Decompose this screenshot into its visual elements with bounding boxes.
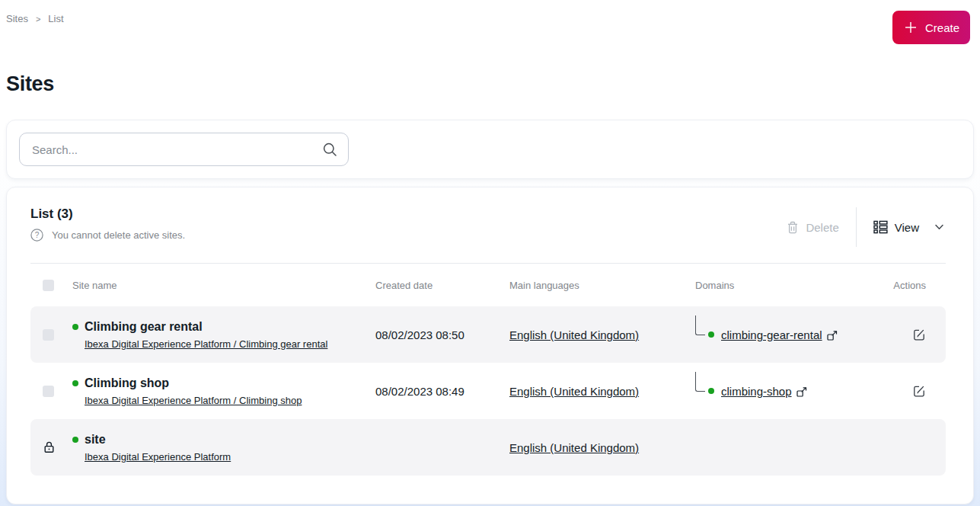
column-domains: Domains: [695, 280, 885, 291]
list-view-icon: [873, 220, 888, 234]
breadcrumb-separator: >: [36, 14, 40, 24]
table-row: Climbing shop Ibexa Digital Experience P…: [30, 363, 946, 419]
list-title: List (3): [30, 207, 185, 222]
domain-status-dot: [708, 388, 714, 394]
row-checkbox[interactable]: [43, 386, 54, 397]
breadcrumb: Sites > List: [6, 11, 64, 24]
site-name: Climbing shop: [85, 376, 169, 390]
actions-cell: [885, 384, 946, 398]
table-row: site Ibexa Digital Experience Platform E…: [30, 419, 946, 476]
page-title: Sites: [6, 72, 980, 96]
column-actions: Actions: [885, 280, 946, 291]
delete-button[interactable]: Delete: [787, 221, 838, 234]
language-link[interactable]: English (United Kingdom): [509, 385, 639, 398]
tree-branch-connector: [695, 315, 705, 335]
delete-button-label: Delete: [806, 221, 838, 234]
search-input[interactable]: [30, 143, 322, 157]
edit-site-button[interactable]: [912, 328, 926, 341]
breadcrumb-list[interactable]: List: [48, 13, 63, 24]
open-in-new-tab-icon[interactable]: [827, 331, 838, 341]
edit-icon: [912, 384, 926, 398]
tree-branch-connector: [695, 372, 705, 392]
row-checkbox[interactable]: [43, 329, 54, 341]
status-active-dot: [72, 380, 78, 386]
domains-cell: climbing-gear-rental: [695, 325, 885, 344]
search-icon[interactable]: [322, 142, 337, 157]
create-button-label: Create: [925, 21, 959, 34]
status-active-dot: [72, 324, 78, 330]
site-name-cell: site Ibexa Digital Experience Platform: [72, 433, 375, 463]
table-header-row: Site name Created date Main languages Do…: [30, 264, 946, 306]
sites-list-card: List (3) ? You cannot delete active site…: [6, 187, 974, 504]
site-name: Climbing gear rental: [85, 320, 203, 334]
edit-icon: [912, 328, 926, 341]
search-card: [6, 120, 974, 179]
list-header-left: List (3) ? You cannot delete active site…: [30, 207, 185, 247]
site-tree-path-link[interactable]: Ibexa Digital Experience Platform / Clim…: [85, 395, 302, 406]
toolbar-divider: [856, 207, 857, 247]
site-name: site: [85, 433, 106, 447]
main-language-cell: English (United Kingdom): [509, 328, 695, 341]
column-created-date: Created date: [375, 280, 509, 291]
status-active-dot: [72, 437, 78, 443]
site-name-cell: Climbing gear rental Ibexa Digital Exper…: [72, 320, 375, 350]
site-name-cell: Climbing shop Ibexa Digital Experience P…: [72, 376, 375, 406]
select-all-checkbox[interactable]: [43, 280, 54, 291]
site-tree-path-link[interactable]: Ibexa Digital Experience Platform / Clim…: [85, 338, 327, 350]
view-dropdown-button[interactable]: View: [873, 220, 946, 234]
domains-cell: climbing-shop: [695, 381, 885, 401]
main-language-cell: English (United Kingdom): [509, 441, 695, 454]
column-site-name: Site name: [72, 280, 375, 291]
created-date-cell: 08/02/2023 08:50: [375, 328, 509, 341]
lock-icon: [43, 440, 56, 454]
create-button[interactable]: Create: [892, 11, 970, 44]
language-link[interactable]: English (United Kingdom): [509, 328, 639, 341]
domain-link[interactable]: climbing-gear-rental: [721, 328, 822, 341]
view-dropdown-label: View: [895, 221, 919, 234]
table-row: Climbing gear rental Ibexa Digital Exper…: [30, 306, 946, 363]
search-box[interactable]: [19, 133, 349, 166]
actions-cell: [885, 328, 946, 341]
created-date-cell: 08/02/2023 08:49: [375, 385, 509, 398]
column-main-languages: Main languages: [509, 280, 695, 291]
question-circle-icon: ?: [30, 229, 43, 242]
chevron-down-icon: [933, 221, 946, 233]
plus-icon: [903, 20, 918, 35]
svg-text:?: ?: [35, 231, 40, 239]
edit-site-button[interactable]: [912, 384, 926, 398]
domain-status-dot: [708, 331, 714, 338]
list-toolbar: Delete View: [787, 207, 946, 247]
site-tree-path-link[interactable]: Ibexa Digital Experience Platform: [85, 451, 231, 463]
main-language-cell: English (United Kingdom): [509, 385, 695, 398]
trash-icon: [787, 221, 799, 234]
delete-hint-text: You cannot delete active sites.: [52, 229, 185, 241]
domain-link[interactable]: climbing-shop: [721, 385, 792, 398]
open-in-new-tab-icon[interactable]: [796, 387, 807, 397]
language-link[interactable]: English (United Kingdom): [509, 441, 639, 454]
top-bar: Sites > List Create: [0, 0, 980, 44]
breadcrumb-sites[interactable]: Sites: [6, 13, 28, 24]
delete-hint: ? You cannot delete active sites.: [30, 229, 185, 242]
list-header: List (3) ? You cannot delete active site…: [30, 187, 946, 247]
